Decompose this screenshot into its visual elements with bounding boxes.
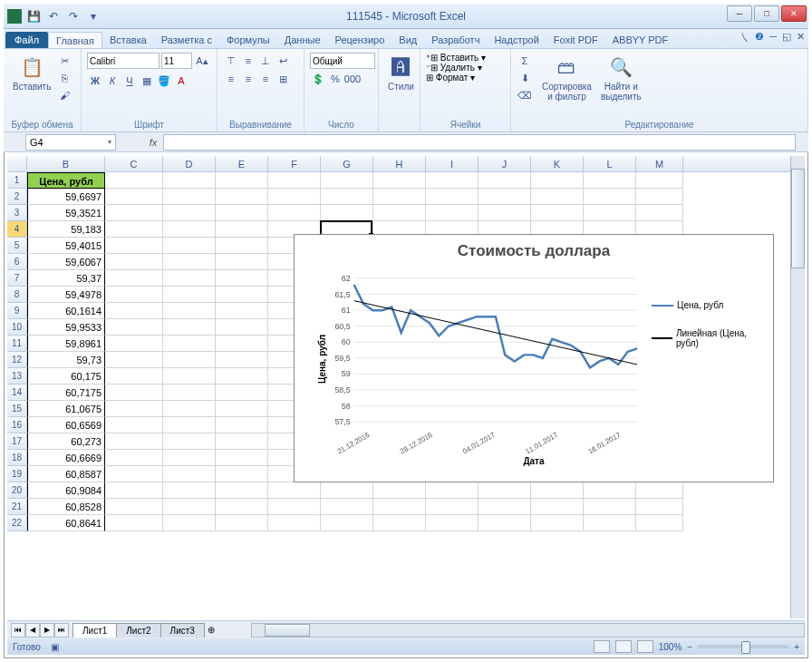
- cell-B1[interactable]: Цена, рубл: [27, 172, 105, 189]
- cell-H20[interactable]: [373, 482, 426, 499]
- undo-icon[interactable]: ↶: [45, 8, 62, 24]
- cell-C13[interactable]: [105, 368, 163, 385]
- underline-button[interactable]: Ч: [121, 73, 138, 89]
- cell-D2[interactable]: [163, 189, 216, 205]
- paste-button[interactable]: 📋 Вставить: [9, 53, 54, 93]
- cell-B6[interactable]: 59,6067: [27, 254, 105, 270]
- tab-file[interactable]: Файл: [5, 32, 48, 48]
- cell-D3[interactable]: [163, 205, 216, 221]
- col-header-B[interactable]: B: [27, 156, 105, 171]
- cell-M3[interactable]: [636, 205, 683, 221]
- tab-формулы[interactable]: Формулы: [219, 32, 277, 48]
- cell-M20[interactable]: [636, 482, 683, 499]
- fill-icon[interactable]: ⬇: [517, 70, 533, 86]
- row-header[interactable]: 6: [7, 254, 27, 270]
- cell-D9[interactable]: [163, 303, 216, 319]
- cell-J1[interactable]: [478, 172, 531, 189]
- cell-E17[interactable]: [216, 433, 268, 450]
- cell-C1[interactable]: [105, 172, 163, 189]
- copy-icon[interactable]: ⎘: [56, 70, 72, 86]
- view-break-icon[interactable]: [637, 640, 653, 653]
- row-header[interactable]: 9: [7, 303, 27, 319]
- cell-E12[interactable]: [216, 352, 268, 368]
- row-header[interactable]: 21: [7, 499, 27, 515]
- name-box[interactable]: G4: [25, 134, 116, 151]
- cell-L20[interactable]: [584, 482, 636, 499]
- cell-B10[interactable]: 59,9533: [27, 319, 105, 336]
- cell-L21[interactable]: [584, 499, 636, 515]
- cell-C19[interactable]: [105, 466, 163, 482]
- cell-L22[interactable]: [584, 515, 636, 531]
- cell-B2[interactable]: 59,6697: [27, 189, 105, 205]
- autosum-icon[interactable]: Σ: [517, 53, 533, 69]
- cell-B4[interactable]: 59,183: [27, 221, 105, 238]
- cell-H22[interactable]: [373, 515, 426, 531]
- cell-F20[interactable]: [268, 482, 321, 499]
- zoom-level[interactable]: 100%: [659, 642, 682, 652]
- cell-K21[interactable]: [531, 499, 584, 515]
- cell-E19[interactable]: [216, 466, 268, 482]
- cell-J2[interactable]: [478, 189, 531, 205]
- row-header[interactable]: 8: [7, 287, 27, 303]
- cell-C5[interactable]: [105, 238, 163, 254]
- cells-insert-button[interactable]: ⁺⊞ Вставить ▾: [426, 53, 486, 63]
- cells-format-button[interactable]: ⊞ Формат ▾: [426, 73, 475, 83]
- cell-E15[interactable]: [216, 401, 268, 417]
- col-header-J[interactable]: J: [478, 156, 531, 171]
- row-header[interactable]: 2: [7, 189, 27, 205]
- tab-вид[interactable]: Вид: [392, 32, 424, 48]
- cell-C15[interactable]: [105, 401, 163, 417]
- cell-B16[interactable]: 60,6569: [27, 417, 105, 433]
- font-color-icon[interactable]: A: [173, 73, 189, 89]
- tab-abbyy pdf[interactable]: ABBYY PDF: [605, 32, 676, 48]
- doc-restore-icon[interactable]: ◱: [782, 31, 791, 44]
- sheet-tab-Лист2[interactable]: Лист2: [116, 623, 160, 638]
- fx-icon[interactable]: fx: [143, 137, 163, 148]
- cell-J21[interactable]: [478, 499, 531, 515]
- col-header-C[interactable]: C: [105, 156, 163, 171]
- cell-B12[interactable]: 59,73: [27, 352, 105, 368]
- cell-C14[interactable]: [105, 385, 163, 401]
- cell-B17[interactable]: 60,273: [27, 433, 105, 450]
- zoom-in-icon[interactable]: +: [794, 642, 799, 652]
- sort-filter-button[interactable]: 🗃 Сортировка и фильтр: [538, 53, 595, 103]
- cell-E4[interactable]: [216, 221, 268, 238]
- cell-E7[interactable]: [216, 270, 268, 287]
- sheet-nav-3[interactable]: ⏭: [54, 623, 69, 638]
- align-center-icon[interactable]: ≡: [240, 71, 256, 87]
- cell-C6[interactable]: [105, 254, 163, 270]
- cell-E14[interactable]: [216, 385, 268, 401]
- cell-E16[interactable]: [216, 417, 268, 433]
- macro-record-icon[interactable]: ▣: [51, 642, 59, 652]
- cell-I22[interactable]: [426, 515, 478, 531]
- cell-D19[interactable]: [163, 466, 216, 482]
- tab-foxit pdf[interactable]: Foxit PDF: [546, 32, 605, 48]
- tab-рецензиро[interactable]: Рецензиро: [328, 32, 392, 48]
- cell-E9[interactable]: [216, 303, 268, 319]
- minimize-button[interactable]: ─: [727, 5, 752, 22]
- cell-B22[interactable]: 60,8641: [27, 515, 105, 531]
- row-header[interactable]: 3: [7, 205, 27, 221]
- cell-G1[interactable]: [321, 172, 373, 189]
- cell-D7[interactable]: [163, 270, 216, 287]
- row-header[interactable]: 17: [7, 433, 27, 450]
- tab-надстрой[interactable]: Надстрой: [487, 32, 546, 48]
- cell-C8[interactable]: [105, 287, 163, 303]
- cell-F3[interactable]: [268, 205, 321, 221]
- row-header[interactable]: 1: [7, 172, 27, 189]
- row-header[interactable]: 10: [7, 319, 27, 336]
- border-icon[interactable]: ▦: [139, 73, 155, 89]
- cell-I20[interactable]: [426, 482, 478, 499]
- bold-button[interactable]: Ж: [87, 73, 103, 89]
- cell-J20[interactable]: [478, 482, 531, 499]
- cell-K22[interactable]: [531, 515, 584, 531]
- doc-minimize-icon[interactable]: ─: [769, 31, 777, 44]
- cell-C16[interactable]: [105, 417, 163, 433]
- clear-icon[interactable]: ⌫: [517, 87, 533, 103]
- cell-B18[interactable]: 60,6669: [27, 450, 105, 466]
- merge-icon[interactable]: ⊞: [275, 71, 291, 87]
- cell-L1[interactable]: [584, 172, 636, 189]
- cell-H1[interactable]: [373, 172, 426, 189]
- cell-C20[interactable]: [105, 482, 163, 499]
- cell-C9[interactable]: [105, 303, 163, 319]
